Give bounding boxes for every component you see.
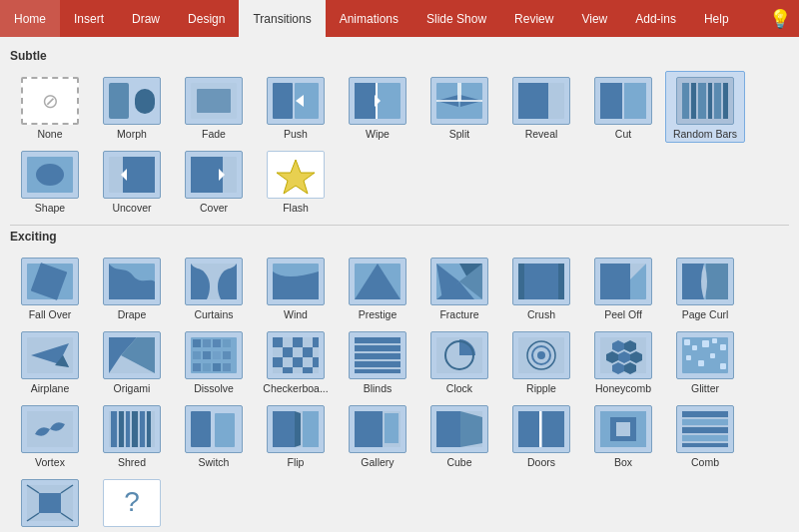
transition-cover[interactable]: Cover bbox=[174, 145, 254, 217]
tab-animations[interactable]: Animations bbox=[326, 0, 412, 37]
svg-rect-4 bbox=[273, 83, 293, 119]
transition-curtains[interactable]: Curtains bbox=[174, 252, 254, 323]
transition-switch[interactable]: Switch bbox=[174, 399, 254, 471]
svg-rect-112 bbox=[702, 340, 709, 347]
transition-peel-off[interactable]: Peel Off bbox=[583, 252, 663, 323]
tab-home[interactable]: Home bbox=[0, 0, 60, 37]
transition-dissolve[interactable]: Dissolve bbox=[174, 325, 254, 397]
transition-doors[interactable]: Doors bbox=[501, 399, 581, 471]
svg-rect-145 bbox=[616, 422, 630, 436]
transition-crush[interactable]: Crush bbox=[501, 252, 581, 323]
svg-rect-27 bbox=[714, 83, 721, 119]
svg-rect-57 bbox=[682, 264, 704, 299]
transition-wipe[interactable]: Wipe bbox=[338, 71, 417, 143]
tab-addins[interactable]: Add-ins bbox=[621, 0, 690, 37]
svg-rect-21 bbox=[600, 83, 622, 119]
svg-rect-0 bbox=[109, 83, 129, 119]
transition-fracture[interactable]: Fracture bbox=[419, 252, 499, 323]
tab-help[interactable]: Help bbox=[690, 0, 743, 37]
svg-rect-74 bbox=[193, 363, 201, 371]
svg-rect-67 bbox=[203, 339, 211, 347]
svg-rect-35 bbox=[191, 157, 223, 193]
svg-marker-138 bbox=[460, 411, 482, 447]
svg-point-98 bbox=[537, 351, 545, 359]
transition-honeycomb[interactable]: Honeycomb bbox=[583, 325, 663, 397]
svg-rect-1 bbox=[135, 89, 155, 114]
exciting-grid: Fall Over Drape bbox=[10, 252, 789, 532]
svg-rect-140 bbox=[518, 411, 540, 447]
transition-origami[interactable]: Origami bbox=[92, 325, 172, 397]
transition-blinds[interactable]: Blinds bbox=[338, 325, 417, 397]
svg-rect-77 bbox=[223, 363, 231, 371]
transition-flash[interactable]: Flash bbox=[256, 145, 336, 217]
transition-wind[interactable]: Wind bbox=[256, 252, 336, 323]
exciting-section-label: Exciting bbox=[10, 230, 789, 246]
transition-checkerboard[interactable]: Checkerboa... bbox=[256, 325, 336, 397]
transition-gallery[interactable]: Gallery bbox=[338, 399, 417, 471]
svg-rect-23 bbox=[682, 83, 689, 119]
transition-clock[interactable]: Clock bbox=[419, 325, 499, 397]
tab-view[interactable]: View bbox=[567, 0, 621, 37]
transition-shape[interactable]: Shape bbox=[10, 145, 90, 217]
transition-airplane[interactable]: Airplane bbox=[10, 325, 90, 397]
svg-rect-137 bbox=[436, 411, 460, 447]
transition-random-bars[interactable]: Random Bars bbox=[665, 71, 745, 143]
svg-rect-79 bbox=[273, 337, 283, 347]
transition-fade[interactable]: Fade bbox=[174, 71, 254, 143]
transition-prestige[interactable]: Prestige bbox=[338, 252, 417, 323]
transition-random[interactable]: ? Random bbox=[92, 473, 172, 532]
tab-slideshow[interactable]: Slide Show bbox=[412, 0, 500, 37]
transition-push[interactable]: Push bbox=[256, 71, 336, 143]
transition-box[interactable]: Box bbox=[583, 399, 663, 471]
tab-insert[interactable]: Insert bbox=[60, 0, 118, 37]
svg-rect-130 bbox=[273, 411, 295, 447]
svg-rect-147 bbox=[682, 411, 728, 417]
transition-drape[interactable]: Drape bbox=[92, 252, 172, 323]
tab-design[interactable]: Design bbox=[174, 0, 239, 37]
svg-rect-85 bbox=[293, 357, 303, 367]
transition-reveal[interactable]: Reveal bbox=[501, 71, 581, 143]
svg-rect-150 bbox=[682, 435, 728, 441]
transition-uncover[interactable]: Uncover bbox=[92, 145, 172, 217]
svg-rect-111 bbox=[692, 345, 697, 350]
tab-review[interactable]: Review bbox=[500, 0, 567, 37]
svg-rect-8 bbox=[355, 83, 377, 119]
transition-shred[interactable]: Shred bbox=[92, 399, 172, 471]
svg-rect-25 bbox=[698, 83, 706, 119]
svg-rect-72 bbox=[213, 351, 221, 359]
svg-rect-90 bbox=[355, 337, 400, 343]
transition-vortex[interactable]: Vortex bbox=[10, 399, 90, 471]
transition-cube[interactable]: Cube bbox=[419, 399, 499, 471]
transition-zoom[interactable]: Zoom bbox=[10, 473, 90, 532]
svg-rect-123 bbox=[126, 411, 130, 447]
svg-rect-24 bbox=[691, 83, 696, 119]
svg-rect-127 bbox=[191, 411, 211, 447]
svg-rect-126 bbox=[147, 411, 151, 447]
transition-flip[interactable]: Flip bbox=[256, 399, 336, 471]
svg-rect-91 bbox=[355, 345, 400, 351]
svg-rect-82 bbox=[283, 347, 293, 357]
transition-cut[interactable]: Cut bbox=[583, 71, 663, 143]
transition-none[interactable]: ⊘ None bbox=[10, 71, 90, 143]
svg-rect-128 bbox=[215, 413, 235, 447]
svg-rect-58 bbox=[706, 264, 728, 299]
svg-rect-149 bbox=[682, 419, 728, 425]
svg-rect-84 bbox=[273, 357, 283, 367]
tab-draw[interactable]: Draw bbox=[118, 0, 174, 37]
transition-glitter[interactable]: Glitter bbox=[665, 325, 745, 397]
svg-rect-55 bbox=[600, 264, 630, 299]
transition-ripple[interactable]: Ripple bbox=[501, 325, 581, 397]
lightbulb-icon[interactable]: 💡 bbox=[769, 8, 791, 30]
svg-rect-94 bbox=[355, 369, 400, 373]
svg-rect-124 bbox=[132, 411, 138, 447]
transition-page-curl[interactable]: Page Curl bbox=[665, 252, 745, 323]
svg-rect-3 bbox=[197, 89, 231, 113]
svg-text:?: ? bbox=[124, 486, 140, 517]
svg-rect-76 bbox=[213, 363, 221, 371]
transition-split[interactable]: Split bbox=[419, 71, 499, 143]
tab-transitions[interactable]: Transitions bbox=[239, 0, 325, 37]
transition-morph[interactable]: Morph bbox=[92, 71, 172, 143]
svg-rect-32 bbox=[123, 157, 155, 193]
transition-fall-over[interactable]: Fall Over bbox=[10, 252, 90, 323]
transition-comb[interactable]: Comb bbox=[665, 399, 745, 471]
